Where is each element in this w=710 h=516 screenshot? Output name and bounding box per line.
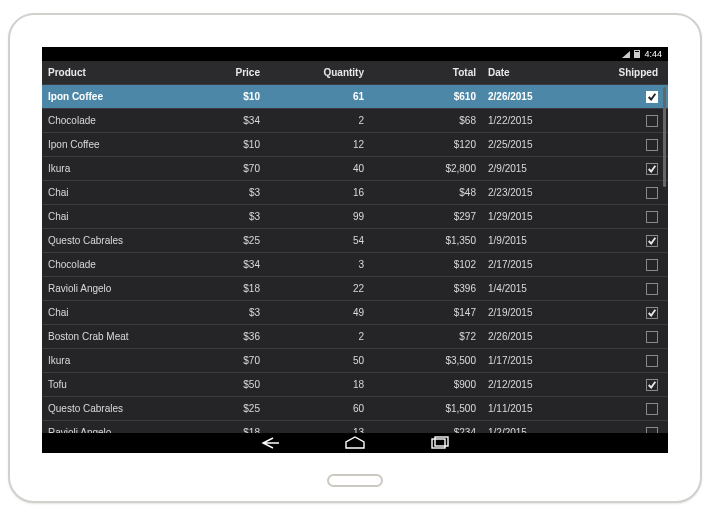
shipped-checkbox[interactable]: [646, 427, 658, 434]
back-button[interactable]: [259, 436, 283, 450]
table-row[interactable]: Chai$399$2971/29/2015: [42, 205, 668, 229]
cell-quantity: 60: [266, 397, 370, 420]
cell-shipped: [576, 109, 668, 132]
cell-date: 2/12/2015: [482, 373, 576, 396]
table-row[interactable]: Questo Cabrales$2554$1,3501/9/2015: [42, 229, 668, 253]
cell-quantity: 22: [266, 277, 370, 300]
cell-date: 2/23/2015: [482, 181, 576, 204]
shipped-checkbox[interactable]: [646, 307, 658, 319]
shipped-checkbox[interactable]: [646, 163, 658, 175]
table-row[interactable]: Boston Crab Meat$362$722/26/2015: [42, 325, 668, 349]
table-row[interactable]: Tofu$5018$9002/12/2015: [42, 373, 668, 397]
data-grid: Product Price Quantity Total Date Shippe…: [42, 61, 668, 433]
cell-date: 2/9/2015: [482, 157, 576, 180]
cell-total: $147: [370, 301, 482, 324]
cell-product: Ravioli Angelo: [42, 277, 162, 300]
table-row[interactable]: Ravioli Angelo$1813$2341/2/2015: [42, 421, 668, 433]
shipped-checkbox[interactable]: [646, 139, 658, 151]
col-header-date[interactable]: Date: [482, 61, 576, 84]
table-row[interactable]: Ikura$7040$2,8002/9/2015: [42, 157, 668, 181]
cell-product: Boston Crab Meat: [42, 325, 162, 348]
cell-shipped: [576, 133, 668, 156]
table-row[interactable]: Ikura$7050$3,5001/17/2015: [42, 349, 668, 373]
cell-date: 1/11/2015: [482, 397, 576, 420]
cell-price: $3: [162, 301, 266, 324]
col-header-shipped[interactable]: Shipped: [576, 61, 668, 84]
cell-quantity: 2: [266, 109, 370, 132]
cell-quantity: 13: [266, 421, 370, 433]
table-row[interactable]: Questo Cabrales$2560$1,5001/11/2015: [42, 397, 668, 421]
shipped-checkbox[interactable]: [646, 187, 658, 199]
cell-quantity: 99: [266, 205, 370, 228]
cell-total: $297: [370, 205, 482, 228]
scrollbar-thumb[interactable]: [663, 87, 666, 187]
cell-price: $50: [162, 373, 266, 396]
grid-body[interactable]: Ipon Coffee$1061$6102/26/2015Chocolade$3…: [42, 85, 668, 433]
shipped-checkbox[interactable]: [646, 235, 658, 247]
home-button[interactable]: [343, 436, 367, 450]
cell-product: Questo Cabrales: [42, 229, 162, 252]
shipped-checkbox[interactable]: [646, 355, 658, 367]
cell-total: $48: [370, 181, 482, 204]
screen: 4:44 Product Price Quantity Total Date S…: [42, 47, 668, 453]
android-navbar: [42, 433, 668, 453]
cell-shipped: [576, 325, 668, 348]
cell-price: $34: [162, 253, 266, 276]
col-header-quantity[interactable]: Quantity: [266, 61, 370, 84]
cell-quantity: 61: [266, 85, 370, 108]
cell-shipped: [576, 397, 668, 420]
android-status-bar: 4:44: [42, 47, 668, 61]
table-row[interactable]: Chocolade$343$1022/17/2015: [42, 253, 668, 277]
shipped-checkbox[interactable]: [646, 379, 658, 391]
table-row[interactable]: Ravioli Angelo$1822$3961/4/2015: [42, 277, 668, 301]
cell-shipped: [576, 157, 668, 180]
cell-shipped: [576, 85, 668, 108]
cell-shipped: [576, 253, 668, 276]
table-row[interactable]: Chocolade$342$681/22/2015: [42, 109, 668, 133]
shipped-checkbox[interactable]: [646, 211, 658, 223]
cell-quantity: 50: [266, 349, 370, 372]
cell-quantity: 2: [266, 325, 370, 348]
cell-quantity: 16: [266, 181, 370, 204]
cell-total: $396: [370, 277, 482, 300]
cell-total: $102: [370, 253, 482, 276]
cell-price: $3: [162, 181, 266, 204]
col-header-total[interactable]: Total: [370, 61, 482, 84]
cell-quantity: 40: [266, 157, 370, 180]
table-row[interactable]: Chai$349$1472/19/2015: [42, 301, 668, 325]
shipped-checkbox[interactable]: [646, 115, 658, 127]
shipped-checkbox[interactable]: [646, 331, 658, 343]
cell-date: 1/2/2015: [482, 421, 576, 433]
table-row[interactable]: Ipon Coffee$1012$1202/25/2015: [42, 133, 668, 157]
cell-quantity: 18: [266, 373, 370, 396]
cell-price: $36: [162, 325, 266, 348]
tablet-home-button[interactable]: [327, 474, 383, 487]
cell-total: $234: [370, 421, 482, 433]
cell-shipped: [576, 205, 668, 228]
shipped-checkbox[interactable]: [646, 259, 658, 271]
cell-price: $18: [162, 421, 266, 433]
cell-price: $70: [162, 157, 266, 180]
shipped-checkbox[interactable]: [646, 283, 658, 295]
cell-price: $34: [162, 109, 266, 132]
cell-date: 2/17/2015: [482, 253, 576, 276]
cell-shipped: [576, 301, 668, 324]
cell-shipped: [576, 277, 668, 300]
table-row[interactable]: Ipon Coffee$1061$6102/26/2015: [42, 85, 668, 109]
cell-price: $10: [162, 133, 266, 156]
col-header-price[interactable]: Price: [162, 61, 266, 84]
cell-product: Chai: [42, 205, 162, 228]
cell-product: Ipon Coffee: [42, 85, 162, 108]
col-header-product[interactable]: Product: [42, 61, 162, 84]
cell-product: Ravioli Angelo: [42, 421, 162, 433]
tablet-frame: 4:44 Product Price Quantity Total Date S…: [8, 13, 702, 503]
cell-total: $1,500: [370, 397, 482, 420]
shipped-checkbox[interactable]: [646, 403, 658, 415]
shipped-checkbox[interactable]: [646, 91, 658, 103]
cell-total: $120: [370, 133, 482, 156]
cell-product: Ikura: [42, 349, 162, 372]
table-row[interactable]: Chai$316$482/23/2015: [42, 181, 668, 205]
cell-total: $900: [370, 373, 482, 396]
recent-apps-button[interactable]: [427, 436, 451, 450]
cell-date: 1/4/2015: [482, 277, 576, 300]
